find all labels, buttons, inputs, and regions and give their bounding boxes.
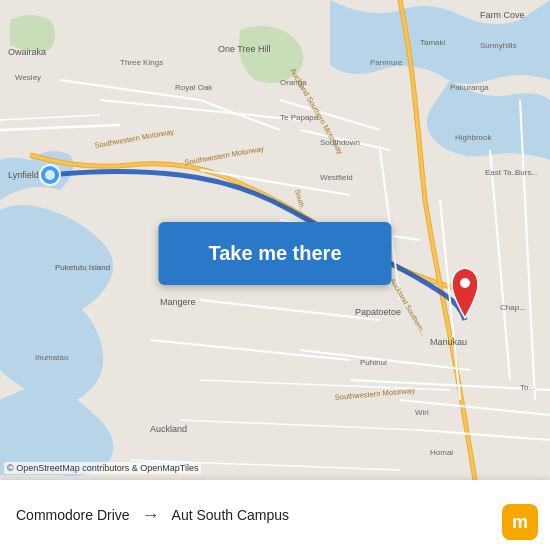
svg-text:Burs...: Burs... xyxy=(515,168,538,177)
svg-text:Ihumatao: Ihumatao xyxy=(35,353,69,362)
svg-point-61 xyxy=(45,170,55,180)
svg-text:Royal Oak: Royal Oak xyxy=(175,83,213,92)
svg-text:One Tree Hill: One Tree Hill xyxy=(218,44,271,54)
svg-text:Westfield: Westfield xyxy=(320,173,353,182)
arrow-icon: → xyxy=(142,505,160,526)
svg-text:Manukau: Manukau xyxy=(430,337,467,347)
svg-text:Puhinui: Puhinui xyxy=(360,358,387,367)
svg-text:Wiri: Wiri xyxy=(415,408,429,417)
svg-text:Papatoetoe: Papatoetoe xyxy=(355,307,401,317)
svg-text:Panmure: Panmure xyxy=(370,58,403,67)
svg-text:Auckland: Auckland xyxy=(150,424,187,434)
svg-point-62 xyxy=(460,278,470,288)
destination-label: Aut South Campus xyxy=(172,507,290,523)
svg-text:Puketutu Island: Puketutu Island xyxy=(55,263,110,272)
moovit-icon: m xyxy=(502,504,538,540)
bottom-bar: Commodore Drive → Aut South Campus m xyxy=(0,480,550,550)
svg-text:Wesley: Wesley xyxy=(15,73,41,82)
take-me-there-button[interactable]: Take me there xyxy=(158,222,391,285)
svg-text:Te Papapa: Te Papapa xyxy=(280,113,319,122)
svg-text:Lynfield: Lynfield xyxy=(8,170,39,180)
svg-text:Pakuranga: Pakuranga xyxy=(450,83,489,92)
svg-text:Owairaka: Owairaka xyxy=(8,47,46,57)
svg-text:Sunnyhills: Sunnyhills xyxy=(480,41,516,50)
svg-text:Three Kings: Three Kings xyxy=(120,58,163,67)
map-attribution: © OpenStreetMap contributors & OpenMapTi… xyxy=(4,462,201,474)
svg-text:Mangere: Mangere xyxy=(160,297,196,307)
svg-text:Highbrook: Highbrook xyxy=(455,133,492,142)
svg-text:Tamaki: Tamaki xyxy=(420,38,446,47)
svg-text:Homai: Homai xyxy=(430,448,453,457)
origin-label: Commodore Drive xyxy=(16,507,130,523)
svg-text:To...: To... xyxy=(520,383,535,392)
svg-text:Farm Cove: Farm Cove xyxy=(480,10,525,20)
svg-text:Chap...: Chap... xyxy=(500,303,526,312)
svg-text:East Ta...: East Ta... xyxy=(485,168,518,177)
moovit-logo: m xyxy=(502,504,538,540)
map-container: Owairaka Wesley Three Kings Royal Oak On… xyxy=(0,0,550,480)
